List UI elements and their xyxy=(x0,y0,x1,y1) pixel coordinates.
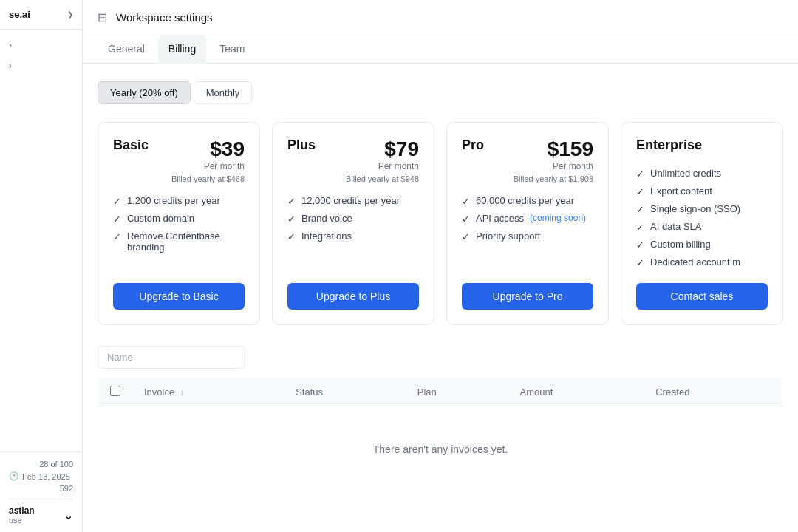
plan-feature: ✓ 12,000 credits per year xyxy=(287,195,419,207)
plan-name-plus: Plus xyxy=(287,137,316,153)
tab-team[interactable]: Team xyxy=(209,35,255,64)
sidebar-username: astian xyxy=(9,505,35,516)
upgrade-plus-button[interactable]: Upgrade to Plus xyxy=(287,283,419,310)
plan-feature: ✓ 60,000 credits per year xyxy=(462,195,593,207)
sidebar: se.ai ❯ › › 28 of 100 🕐 Feb 13, 2025 592… xyxy=(0,0,83,532)
yearly-toggle-button[interactable]: Yearly (20% off) xyxy=(98,81,191,104)
main-content: ⊟ Workspace settings General Billing Tea… xyxy=(83,0,798,532)
empty-state-message: There aren't any invoices yet. xyxy=(110,414,771,485)
monthly-toggle-button[interactable]: Monthly xyxy=(194,81,253,104)
check-icon: ✓ xyxy=(113,196,121,207)
plan-card-enterprise: Enterprise ✓ Unlimited credits ✓ Export … xyxy=(621,122,783,325)
sidebar-user: astian use ⌄ xyxy=(9,499,73,525)
plan-feature: ✓ Dedicated account m xyxy=(636,256,768,268)
column-header-invoice[interactable]: Invoice ↕ xyxy=(132,378,284,406)
plan-name-basic: Basic xyxy=(113,137,149,153)
plan-period-pro: Per month xyxy=(548,161,593,171)
clock-icon: 🕐 xyxy=(9,471,19,481)
check-icon: ✓ xyxy=(636,222,644,233)
column-header-created: Created xyxy=(644,378,782,406)
plan-billed-basic: Billed yearly at $468 xyxy=(113,174,245,183)
sidebar-chevron-icon[interactable]: ❯ xyxy=(67,10,73,18)
plan-billed-pro: Billed yearly at $1,908 xyxy=(462,174,593,183)
plan-card-plus: Plus $79 Per month Billed yearly at $948… xyxy=(272,122,434,325)
sidebar-expand-1[interactable]: › xyxy=(0,35,82,55)
plan-name-enterprise: Enterprise xyxy=(636,137,702,153)
upgrade-basic-button[interactable]: Upgrade to Basic xyxy=(113,283,245,310)
plan-feature: ✓ Single sign-on (SSO) xyxy=(636,203,768,215)
plan-feature: ✓ Unlimited credits xyxy=(636,168,768,180)
billing-toggle-group: Yearly (20% off) Monthly xyxy=(98,81,783,104)
select-all-checkbox[interactable] xyxy=(110,386,120,396)
sidebar-logo: se.ai xyxy=(9,9,30,20)
invoice-section: Invoice ↕ Status Plan Amount xyxy=(98,346,783,493)
check-icon: ✓ xyxy=(113,231,121,242)
plan-feature: ✓ API access (coming soon) xyxy=(462,213,593,225)
check-icon: ✓ xyxy=(636,186,644,197)
plan-feature: ✓ Brand voice xyxy=(287,213,419,225)
check-icon: ✓ xyxy=(287,196,296,207)
column-header-amount: Amount xyxy=(508,378,644,406)
coming-soon-label: (coming soon) xyxy=(530,213,586,223)
plan-features-pro: ✓ 60,000 credits per year ✓ API access (… xyxy=(462,195,593,268)
tabs-bar: General Billing Team xyxy=(83,35,798,64)
plan-period-basic: Per month xyxy=(204,161,245,171)
sidebar-header: se.ai ❯ xyxy=(0,0,82,30)
plan-features-plus: ✓ 12,000 credits per year ✓ Brand voice … xyxy=(287,195,419,268)
check-icon: ✓ xyxy=(636,168,644,180)
plan-feature: ✓ AI data SLA xyxy=(636,221,768,233)
sidebar-expand-2[interactable]: › xyxy=(0,56,82,75)
sidebar-toggle-button[interactable]: ⊟ xyxy=(98,10,107,24)
sidebar-usage: 28 of 100 xyxy=(9,460,73,468)
check-icon: ✓ xyxy=(636,239,644,250)
check-icon: ✓ xyxy=(636,257,644,268)
plan-period-plus: Per month xyxy=(378,161,419,171)
plan-feature: ✓ Remove Contentbase branding xyxy=(113,231,245,253)
check-icon: ✓ xyxy=(287,214,296,225)
plan-price-basic: $39 xyxy=(204,137,245,161)
sort-icon: ↕ xyxy=(180,389,184,397)
plan-feature: ✓ Export content xyxy=(636,185,768,197)
sidebar-userrole: use xyxy=(9,516,35,525)
sidebar-user-chevron-icon[interactable]: ⌄ xyxy=(64,508,73,522)
table-header-checkbox xyxy=(98,378,133,406)
header: ⊟ Workspace settings xyxy=(83,0,798,35)
plan-feature: ✓ Priority support xyxy=(462,231,593,242)
column-header-plan: Plan xyxy=(406,378,508,406)
chevron-right-icon-2: › xyxy=(9,61,12,71)
invoice-table: Invoice ↕ Status Plan Amount xyxy=(98,378,783,493)
contact-sales-button[interactable]: Contact sales xyxy=(636,283,768,310)
plan-name-pro: Pro xyxy=(462,137,484,153)
plan-feature: ✓ 1,200 credits per year xyxy=(113,195,245,207)
plan-price-plus: $79 xyxy=(378,137,419,161)
check-icon: ✓ xyxy=(462,196,470,207)
sidebar-count: 592 xyxy=(9,484,73,493)
plan-feature: ✓ Integrations xyxy=(287,231,419,242)
plan-card-pro: Pro $159 Per month Billed yearly at $1,9… xyxy=(446,122,609,325)
plan-price-pro: $159 xyxy=(548,137,593,161)
check-icon: ✓ xyxy=(636,204,644,215)
content-area: Yearly (20% off) Monthly Basic $39 Per m… xyxy=(83,64,798,532)
check-icon: ✓ xyxy=(287,231,296,242)
plan-feature: ✓ Custom billing xyxy=(636,239,768,250)
upgrade-pro-button[interactable]: Upgrade to Pro xyxy=(462,283,593,310)
sidebar-nav: › › xyxy=(0,30,82,451)
chevron-right-icon: › xyxy=(9,40,12,50)
plan-features-basic: ✓ 1,200 credits per year ✓ Custom domain… xyxy=(113,195,245,268)
tab-general[interactable]: General xyxy=(98,35,155,64)
check-icon: ✓ xyxy=(462,214,470,225)
column-header-status: Status xyxy=(284,378,406,406)
plan-billed-plus: Billed yearly at $948 xyxy=(287,174,419,183)
check-icon: ✓ xyxy=(113,214,121,225)
plan-features-enterprise: ✓ Unlimited credits ✓ Export content ✓ S… xyxy=(636,168,768,268)
check-icon: ✓ xyxy=(462,231,470,242)
sidebar-bottom: 28 of 100 🕐 Feb 13, 2025 592 astian use … xyxy=(0,451,82,532)
plan-feature: ✓ Custom domain xyxy=(113,213,245,225)
sidebar-date: 🕐 Feb 13, 2025 xyxy=(9,471,73,481)
invoice-search-input[interactable] xyxy=(98,346,245,369)
tab-billing[interactable]: Billing xyxy=(158,35,206,64)
table-header-row: Invoice ↕ Status Plan Amount xyxy=(98,378,783,406)
plans-grid: Basic $39 Per month Billed yearly at $46… xyxy=(98,122,783,325)
plan-card-basic: Basic $39 Per month Billed yearly at $46… xyxy=(98,122,260,325)
empty-state-row: There aren't any invoices yet. xyxy=(98,406,783,493)
